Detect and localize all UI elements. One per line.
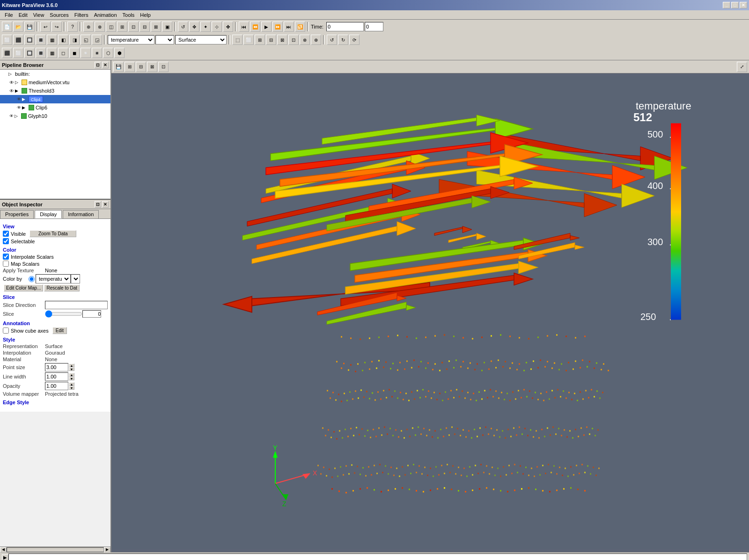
slice-value-input[interactable]: 0 [82, 310, 101, 318]
tab-information[interactable]: Information [63, 210, 99, 218]
oi-header-buttons[interactable]: ⊡ ✕ [95, 201, 109, 208]
point-size-up[interactable]: ▲ [69, 364, 74, 367]
vp-grid-btn[interactable]: ⊞ [125, 62, 135, 72]
zoom-to-data-button[interactable]: Zoom To Data [29, 230, 76, 237]
pipeline-item-clip6[interactable]: 👁 ▶ Clip6 [0, 103, 110, 112]
edit-axes-button[interactable]: Edit [52, 327, 67, 334]
color-by-radio-point[interactable] [29, 276, 35, 282]
tb2-6[interactable]: ◧ [58, 35, 68, 45]
line-width-input[interactable] [45, 372, 68, 381]
tb3-11[interactable]: ⬢ [114, 48, 125, 58]
scroll-right-button[interactable]: ▶ [104, 547, 110, 553]
line-width-down[interactable]: ▼ [69, 377, 74, 380]
pipeline-close-button[interactable]: ✕ [102, 62, 109, 68]
tb2-3[interactable]: 🔲 [24, 35, 35, 45]
transform-button[interactable]: ✥ [189, 22, 199, 32]
tb3-3[interactable]: 🔲 [24, 48, 35, 58]
close-button[interactable]: ✕ [740, 2, 747, 8]
pipeline-item-builtin[interactable]: ▷ builtin: [0, 70, 110, 78]
camera-3[interactable]: ◫ [106, 22, 116, 32]
pipeline-item-clip4[interactable]: 👁 ▶ Clip4 [0, 95, 110, 103]
menu-view[interactable]: View [30, 11, 47, 19]
tb2-8[interactable]: ◱ [81, 35, 91, 45]
select-button[interactable]: ⊹ [212, 22, 222, 32]
tb3-7[interactable]: ◼ [69, 48, 80, 58]
loop-button[interactable]: 🔁 [295, 22, 305, 32]
tb2-7[interactable]: ◨ [69, 35, 80, 45]
point-size-down[interactable]: ▼ [69, 367, 74, 371]
edit-color-map-button[interactable]: Edit Color Map... [4, 284, 43, 291]
maximize-button[interactable]: □ [731, 2, 739, 8]
camera-1[interactable]: ⊕ [83, 22, 94, 32]
menu-help[interactable]: Help [137, 11, 154, 19]
end-button[interactable]: ⏭ [284, 22, 294, 32]
pipeline-float-button[interactable]: ⊡ [95, 62, 101, 68]
move-button[interactable]: ✦ [200, 22, 211, 32]
poly-pts-btn[interactable]: ⊠ [277, 35, 287, 45]
status-arrow-button[interactable]: ▶ [2, 554, 8, 560]
next-button[interactable]: ⏩ [272, 22, 283, 32]
vp-max-btn[interactable]: ⤢ [737, 62, 747, 72]
camera-5[interactable]: ⊡ [128, 22, 139, 32]
rescale-button[interactable]: Rescale to Dat [44, 284, 80, 291]
tab-properties[interactable]: Properties [0, 210, 34, 218]
representation-select[interactable]: Surface [175, 35, 227, 44]
vp-close-btn[interactable]: ⊡ [158, 62, 169, 72]
tb3-1[interactable]: ⬛ [2, 48, 12, 58]
tb2-5[interactable]: ▦ [47, 35, 57, 45]
minimize-button[interactable]: _ [723, 2, 730, 8]
camera-6[interactable]: ⊟ [140, 22, 150, 32]
menu-edit[interactable]: Edit [16, 11, 30, 19]
camera-8[interactable]: ▣ [162, 22, 172, 32]
slice-slider[interactable] [45, 311, 82, 317]
reset-sel-btn[interactable]: ⊗ [300, 35, 310, 45]
interpolate-checkbox[interactable] [3, 254, 9, 260]
begin-button[interactable]: ⏮ [239, 22, 249, 32]
line-width-up[interactable]: ▲ [69, 373, 74, 377]
tb3-4[interactable]: 🔳 [36, 48, 46, 58]
pipeline-item-glyph10[interactable]: 👁 ▷ Glyph10 [0, 112, 110, 120]
eye-icon-glyph10[interactable]: 👁 [9, 114, 14, 118]
oi-float-button[interactable]: ⊡ [95, 201, 101, 208]
refresh-1[interactable]: ↺ [327, 35, 337, 45]
camera-4[interactable]: ⊞ [117, 22, 127, 32]
pipeline-item-threshold3[interactable]: 👁 ▶ Threshold3 [0, 87, 110, 95]
menu-filters[interactable]: Filters [72, 11, 91, 19]
poly-cls-btn[interactable]: ⊡ [288, 35, 299, 45]
eye-icon-medium[interactable]: 👁 [9, 80, 14, 85]
oi-scroll-area[interactable]: View Visible Zoom To Data Selectable Col… [0, 219, 110, 546]
eye-icon-clip6[interactable]: 👁 [17, 105, 21, 110]
tb2-9[interactable]: ◲ [92, 35, 102, 45]
pick-button[interactable]: ✤ [223, 22, 233, 32]
vp-split-v-btn[interactable]: ⊠ [147, 62, 157, 72]
undo-button[interactable]: ↩ [40, 22, 51, 32]
tb3-6[interactable]: ◻ [58, 48, 68, 58]
tb3-8[interactable]: ◽ [81, 48, 91, 58]
new-button[interactable]: 📄 [2, 22, 12, 32]
opacity-up[interactable]: ▲ [69, 382, 74, 386]
extract-sel-btn[interactable]: ⊕ [311, 35, 321, 45]
color-by-select[interactable]: temperature [108, 35, 154, 44]
camera-7[interactable]: ⊠ [151, 22, 161, 32]
tb3-10[interactable]: ⬡ [103, 48, 113, 58]
select-pts2-btn[interactable]: ⊞ [255, 35, 265, 45]
point-size-input[interactable] [45, 363, 68, 371]
select-points-btn[interactable]: ⬚ [232, 35, 242, 45]
reset-button[interactable]: ↺ [178, 22, 188, 32]
save-button[interactable]: 💾 [24, 22, 35, 32]
tb3-2[interactable]: ⬜ [13, 48, 23, 58]
tb2-2[interactable]: ⬛ [13, 35, 23, 45]
color-by-select-field[interactable]: temperature [36, 274, 71, 284]
time-input-2[interactable] [365, 22, 383, 31]
camera-2[interactable]: ⊗ [95, 22, 105, 32]
time-input[interactable] [326, 22, 364, 31]
play-button[interactable]: ▶ [261, 22, 272, 32]
viewport-3d[interactable]: temperature 512 500 400 300 250 Y [111, 73, 749, 552]
eye-icon-clip4[interactable]: 👁 [17, 97, 21, 102]
vp-split-h-btn[interactable]: ⊟ [136, 62, 146, 72]
redo-button[interactable]: ↪ [51, 22, 62, 32]
open-button[interactable]: 📂 [13, 22, 23, 32]
oi-close-button[interactable]: ✕ [102, 201, 109, 208]
color-mode-select[interactable] [155, 35, 174, 44]
cube-axes-checkbox[interactable] [3, 327, 9, 334]
